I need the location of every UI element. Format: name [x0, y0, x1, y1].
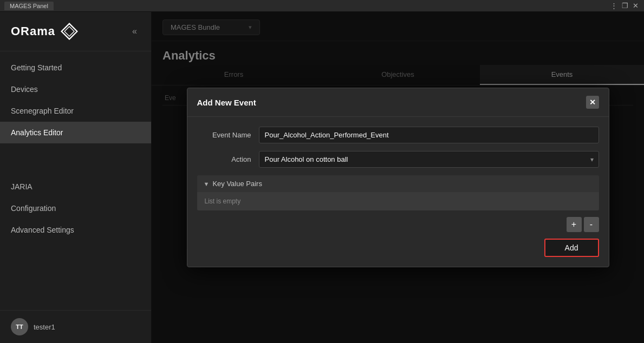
- restore-icon[interactable]: ❐: [621, 2, 629, 10]
- main-layout: ORama « Getting Started Devices Scenegra…: [0, 12, 644, 343]
- username: tester1: [34, 323, 55, 331]
- sidebar-item-advanced-settings[interactable]: Advanced Settings: [0, 219, 151, 241]
- sidebar-nav: Getting Started Devices Scenegraph Edito…: [0, 51, 151, 310]
- event-name-label: Event Name: [197, 131, 251, 139]
- svg-marker-1: [64, 27, 74, 36]
- modal-title: Add New Event: [197, 98, 256, 107]
- sidebar-item-jaria[interactable]: JARIA: [0, 176, 151, 197]
- kvp-header[interactable]: ▼ Key Value Pairs: [197, 175, 599, 192]
- sidebar-item-analytics-editor[interactable]: Analytics Editor: [0, 122, 151, 143]
- kvp-body: List is empty: [197, 192, 599, 210]
- kvp-minus-button[interactable]: -: [584, 217, 599, 232]
- sidebar-item-getting-started[interactable]: Getting Started: [0, 57, 151, 78]
- add-event-button[interactable]: Add: [544, 239, 599, 257]
- modal-body: Event Name Action Pour Alcohol on cotton…: [187, 117, 609, 267]
- avatar: TT: [11, 318, 28, 335]
- event-name-input[interactable]: [259, 127, 599, 143]
- close-icon[interactable]: ✕: [632, 2, 640, 10]
- content-area: MAGES Bundle ▾ Analytics Errors Objectiv…: [152, 12, 644, 343]
- event-name-row: Event Name: [197, 127, 599, 143]
- modal-footer: Add: [197, 238, 599, 259]
- modal-backdrop: Add New Event ✕ Event Name Action: [152, 12, 644, 343]
- action-row: Action Pour Alcohol on cotton ball ▾: [197, 151, 599, 168]
- kvp-title: Key Value Pairs: [212, 180, 262, 188]
- logo-text: ORama: [11, 24, 55, 38]
- action-label: Action: [197, 155, 251, 163]
- logo-diamond-icon: [60, 22, 79, 41]
- sidebar-item-devices[interactable]: Devices: [0, 78, 151, 100]
- kvp-section: ▼ Key Value Pairs List is empty: [197, 175, 599, 210]
- sidebar-item-configuration[interactable]: Configuration: [0, 197, 151, 219]
- modal-header: Add New Event ✕: [187, 88, 609, 117]
- title-tab: MAGES Panel: [4, 2, 54, 10]
- collapse-button[interactable]: «: [129, 25, 140, 37]
- title-bar: MAGES Panel ⋮ ❐ ✕: [0, 0, 644, 12]
- kvp-empty-text: List is empty: [203, 195, 594, 207]
- kvp-controls: + -: [197, 217, 599, 232]
- title-bar-left: MAGES Panel: [4, 2, 54, 10]
- menu-icon[interactable]: ⋮: [609, 2, 619, 10]
- action-select[interactable]: Pour Alcohol on cotton ball: [259, 151, 599, 168]
- add-event-modal: Add New Event ✕ Event Name Action: [187, 88, 609, 267]
- kvp-arrow-icon: ▼: [204, 181, 210, 187]
- sidebar-item-scenegraph-editor[interactable]: Scenegraph Editor: [0, 100, 151, 122]
- title-bar-controls[interactable]: ⋮ ❐ ✕: [609, 2, 640, 10]
- modal-close-button[interactable]: ✕: [586, 96, 599, 109]
- kvp-plus-button[interactable]: +: [567, 217, 582, 232]
- logo-container: ORama: [11, 22, 79, 41]
- sidebar: ORama « Getting Started Devices Scenegra…: [0, 12, 152, 343]
- sidebar-header: ORama «: [0, 12, 151, 51]
- sidebar-footer: TT tester1: [0, 310, 151, 343]
- action-select-container: Pour Alcohol on cotton ball ▾: [259, 151, 599, 168]
- svg-marker-0: [62, 24, 77, 39]
